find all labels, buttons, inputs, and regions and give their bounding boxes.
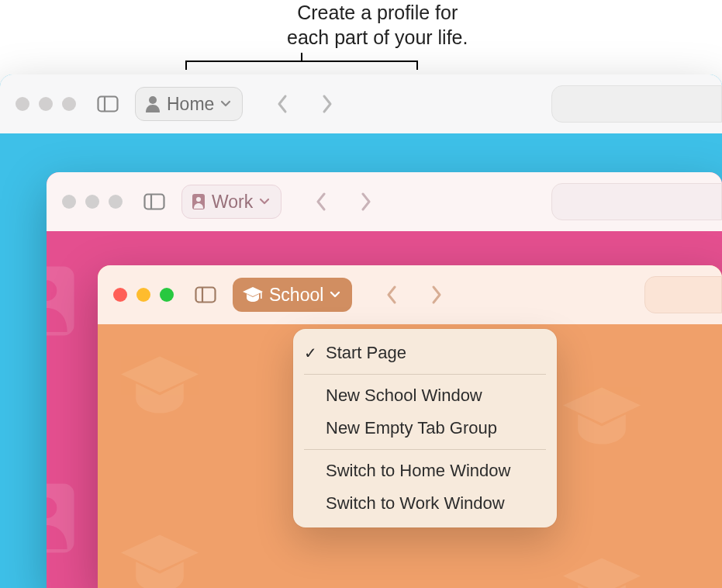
minimize-icon[interactable] [39, 97, 53, 111]
sidebar-toggle-button[interactable] [141, 190, 168, 213]
traffic-lights[interactable] [113, 288, 174, 302]
menu-item-label: Switch to Work Window [326, 493, 505, 514]
profile-selector-home[interactable]: Home [135, 87, 243, 121]
grad-cap-icon [563, 557, 641, 588]
grad-cap-icon [563, 386, 641, 448]
menu-item-label: New School Window [326, 386, 482, 406]
badge-icon [47, 262, 78, 340]
svg-rect-3 [145, 195, 164, 209]
grad-cap-icon [243, 287, 263, 303]
menu-item-label: Switch to Home Window [326, 461, 510, 481]
forward-button[interactable] [425, 279, 448, 310]
minimize-icon[interactable] [136, 288, 150, 302]
profile-label: Work [212, 192, 253, 213]
profile-dropdown-menu: Start Page New School Window New Empty T… [293, 329, 557, 527]
close-icon[interactable] [16, 97, 29, 111]
back-button[interactable] [380, 279, 403, 310]
svg-rect-0 [98, 97, 118, 112]
sidebar-toggle-button[interactable] [95, 92, 121, 116]
badge-icon [47, 479, 78, 557]
badge-icon [192, 193, 206, 210]
fullscreen-icon[interactable] [160, 288, 174, 302]
profile-selector-school[interactable]: School [233, 278, 352, 312]
menu-item-label: New Empty Tab Group [326, 418, 497, 438]
traffic-lights[interactable] [62, 195, 123, 209]
svg-point-6 [196, 197, 201, 202]
forward-button[interactable] [316, 88, 339, 119]
minimize-icon[interactable] [85, 195, 99, 209]
profile-label: Home [167, 94, 214, 115]
menu-item-start-page[interactable]: Start Page [293, 337, 557, 369]
menu-item-label: Start Page [326, 343, 406, 363]
close-icon[interactable] [113, 288, 127, 302]
chevron-down-icon [330, 291, 340, 299]
fullscreen-icon[interactable] [109, 195, 123, 209]
menu-separator [304, 374, 546, 375]
grad-cap-icon [121, 534, 199, 588]
menu-item-switch-home[interactable]: Switch to Home Window [293, 455, 557, 487]
menu-item-switch-work[interactable]: Switch to Work Window [293, 487, 557, 520]
grad-cap-icon [121, 355, 199, 417]
callout-text: Create a profile foreach part of your li… [287, 0, 468, 50]
fullscreen-icon[interactable] [62, 97, 76, 111]
svg-rect-11 [196, 288, 216, 303]
back-button[interactable] [309, 186, 333, 217]
chevron-down-icon [220, 100, 231, 108]
titlebar-work: Work [47, 172, 722, 231]
close-icon[interactable] [62, 195, 76, 209]
profile-selector-work[interactable]: Work [181, 185, 282, 219]
traffic-lights[interactable] [16, 97, 76, 111]
chevron-down-icon [259, 198, 270, 206]
menu-item-new-empty-tab-group[interactable]: New Empty Tab Group [293, 412, 557, 444]
forward-button[interactable] [354, 186, 378, 217]
address-bar[interactable] [644, 276, 722, 313]
profile-label: School [269, 285, 323, 306]
back-button[interactable] [271, 88, 294, 119]
menu-item-new-school-window[interactable]: New School Window [293, 379, 557, 412]
titlebar-school: School [98, 265, 722, 324]
sidebar-toggle-button[interactable] [192, 283, 219, 306]
address-bar[interactable] [551, 183, 722, 220]
person-icon [145, 95, 161, 112]
address-bar[interactable] [551, 85, 722, 123]
svg-point-2 [149, 96, 157, 104]
titlebar-home: Home [0, 74, 722, 133]
menu-separator [304, 449, 546, 450]
svg-rect-13 [261, 292, 262, 299]
callout-bracket [185, 59, 418, 71]
